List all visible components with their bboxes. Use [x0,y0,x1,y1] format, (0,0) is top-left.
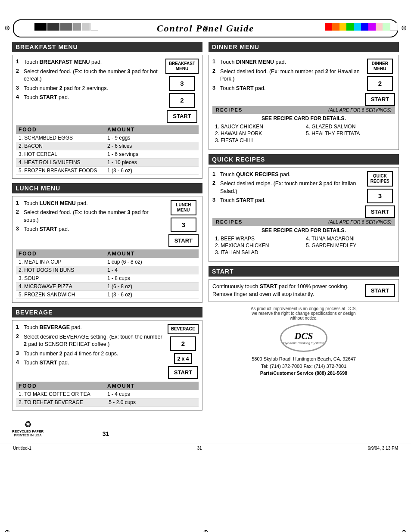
beverage-header: BEVERAGE [12,307,202,317]
bv-step1-text: Touch BEVERAGE pad. [24,324,164,332]
qr-recipes-label: RECIPES [216,219,243,224]
ln-step3-text: Touch START pad. [24,226,165,233]
bk-step1-text: Touch BREAKFAST MENU pad. [24,59,162,66]
breakfast-btn-2[interactable]: 2 [169,93,195,108]
ln-step1-num: 1 [16,200,21,206]
quick-recipes-btn-3[interactable]: 3 [367,189,393,203]
disclaimer: As product improvement is an ongoing pro… [209,306,399,320]
start-section: START Continuously touch START pad for 1… [209,266,399,302]
ln-step2-text: Select desired food. (Ex: touch the numb… [24,209,165,224]
bv-step2-text: Select desired BEVERAGE setting. (Ex: to… [24,333,164,348]
bv-step3-text: Touch number 2 pad 4 times for 2 cups. [24,350,164,358]
breakfast-amount-col: AMOUNT [107,127,196,133]
dinner-btn-2[interactable]: 2 [367,76,393,91]
qr-step2-num: 2 [212,180,218,186]
reg-mark-br: ⊕ [401,528,407,532]
bv-step4-num: 4 [16,359,21,365]
table-row: 1. MEAL IN A CUP1 cup (6 - 8 oz) [16,258,199,266]
bv-step3-num: 3 [16,350,21,356]
table-row: 4. HEAT ROLLS/MUFFINS1 - 10 pieces [16,159,199,167]
dinner-start-button[interactable]: START [365,93,395,106]
bev-food-col: FOOD [19,383,107,389]
lunch-header: LUNCH MENU [12,183,202,193]
table-row: 1. SCRAMBLED EGGS1 - 9 eggs [16,134,199,142]
qr-step3-text: Touch START pad. [220,197,361,205]
dn-step3-text: Touch START pad. [220,85,361,93]
address-line3: Parts/Customer Service (888) 281-5698 [209,370,399,377]
page-number: 31 [44,430,168,437]
lunch-food-col: FOOD [19,251,107,257]
recycle-line1: RECYCLED PAPER [12,429,44,433]
lunch-btn-3[interactable]: 3 [171,218,196,232]
beverage-start-button[interactable]: START [168,366,198,379]
qr-step3-num: 3 [212,197,218,203]
breakfast-food-table: FOOD AMOUNT 1. SCRAMBLED EGGS1 - 9 eggs … [16,125,199,175]
bk-step3-text: Touch number 2 pad for 2 servings. [24,85,162,93]
reg-mark-tr: ⊕ [401,24,407,32]
start-text: Continuously touch START pad for 100% po… [212,283,361,298]
bottom-left: Untitled-1 [13,446,31,451]
bottom-bar: Untitled-1 31 6/9/04, 3:13 PM [0,444,411,452]
start-header: START [209,266,399,277]
left-column: BREAKFAST MENU 1 Touch BREAKFAST MENU pa… [12,42,202,437]
dn-step2-text: Select desired food. (Ex: touch number p… [220,68,361,83]
dinner-menu-button[interactable]: DINNER MENU [367,59,393,74]
breakfast-section: BREAKFAST MENU 1 Touch BREAKFAST MENU pa… [12,42,202,179]
table-row: 3. SOUP1 - 8 cups [16,274,199,283]
quick-recipes-start-button[interactable]: START [365,205,395,218]
start-button[interactable]: START [365,284,395,297]
beverage-section: BEVERAGE 1 Touch BEVERAGE pad. 2 Select … [12,307,202,411]
dcs-logo-text: DCS [295,330,313,342]
recycle-line2: PRINTED IN USA [14,433,42,437]
breakfast-food-col: FOOD [19,127,107,133]
bottom-center: 31 [197,446,202,451]
dinner-recipes-list: 1. SAUCY CHICKEN 4. GLAZED SALMON 2. HAW… [212,124,395,143]
reg-mark-tc: ⊕ [203,24,209,32]
dn-step2-num: 2 [212,68,218,74]
recycle-section: ♻ RECYCLED PAPER PRINTED IN USA [12,419,44,437]
lunch-food-table: FOOD AMOUNT 1. MEAL IN A CUP1 cup (6 - 8… [16,249,199,299]
qr-step2-text: Select desired recipe. (Ex: touch number… [220,180,361,195]
address-line2: Tel: (714) 372-7000 Fax: (714) 372-7001 [209,363,399,370]
dinner-recipes-note: (All are for 6 servings) [328,107,392,112]
dinner-recipes-label: RECIPES [216,107,243,112]
dinner-see-card: SEE RECIPE CARD FOR DETAILS. [212,115,395,121]
breakfast-menu-button[interactable]: BREAKFAST MENU [165,59,199,74]
beverage-btn-2[interactable]: 2 [170,336,196,351]
qr-step1-text: Touch QUICK RECIPES pad. [220,171,361,179]
dcs-logo-sub: Dynamic Cooking Systems [283,342,324,345]
dinner-recipes-area: RECIPES (All are for 6 servings) SEE REC… [212,106,395,143]
address-line1: 5800 Skylab Road, Huntington Beach, CA. … [209,355,399,363]
right-column: DINNER MENU 1 Touch DINNER MENU pad. 2 S… [209,42,399,437]
breakfast-btn-3[interactable]: 3 [169,76,195,91]
table-row: 1. TO MAKE COFFEE OR TEA1 - 4 cups [16,390,199,398]
lunch-start-button[interactable]: START [168,234,199,247]
recycle-symbol: ♻ [24,419,32,429]
table-row: 4. MICROWAVE PIZZA1 (6 - 8 oz) [16,283,199,291]
table-row: 5. FROZEN BREAKFAST FOODS1 (3 - 6 oz) [16,167,199,175]
quick-recipes-button[interactable]: QUICK RECIPES [367,171,393,187]
bottom-right: 6/9/04, 3:13 PM [367,446,398,451]
lunch-amount-col: AMOUNT [107,251,196,257]
beverage-btn-mult[interactable]: 2 x 4 [174,353,192,364]
bk-step4-num: 4 [16,94,21,100]
ln-step1-text: Touch LUNCH MENU pad. [24,200,165,208]
beverage-food-table: FOOD AMOUNT 1. TO MAKE COFFEE OR TEA1 - … [16,382,199,407]
quick-recipes-section: QUICK RECIPES 1 Touch QUICK RECIPES pad.… [209,154,399,262]
qr-step1-num: 1 [212,171,218,177]
bev-amount-col: AMOUNT [107,383,196,389]
table-row: 3. HOT CEREAL1 - 6 servings [16,150,199,159]
bk-step2-text: Select desired food. (Ex: touch the numb… [24,68,162,83]
address-block: 5800 Skylab Road, Huntington Beach, CA. … [209,355,399,377]
bv-step2-num: 2 [16,333,21,339]
beverage-menu-button[interactable]: BEVERAGE [168,324,199,334]
qr-recipes-note: (All are for 6 servings) [328,219,392,224]
breakfast-start-button[interactable]: START [167,110,197,123]
dn-step1-num: 1 [212,59,218,65]
lunch-menu-button[interactable]: LUNCH MENU [171,200,196,215]
ln-step3-num: 3 [16,226,21,232]
qr-see-card: SEE RECIPE CARD FOR DETAILS. [212,227,395,233]
dcs-logo: DCS Dynamic Cooking Systems [280,324,327,352]
dn-step1-text: Touch DINNER MENU pad. [220,59,361,66]
bv-step4-text: Touch START pad. [24,359,164,367]
